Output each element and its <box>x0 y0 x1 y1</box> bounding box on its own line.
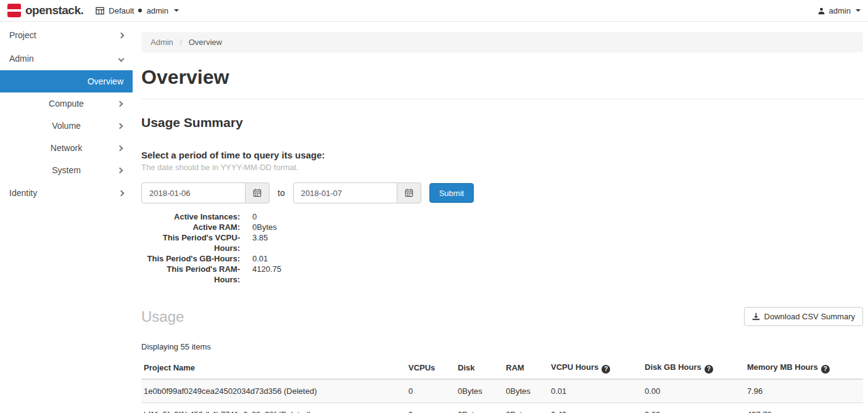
column-header-label: Project Name <box>144 363 195 372</box>
column-header-label: RAM <box>506 363 524 372</box>
value-cell: 7.96 <box>742 379 863 403</box>
stat-label: Active RAM: <box>141 222 240 232</box>
usage-table-header-row: Project NameVCPUsDiskRAMVCPU Hours?Disk … <box>141 358 863 379</box>
domain-icon <box>96 7 104 15</box>
chevron-down-icon <box>856 9 861 12</box>
top-navbar: openstack. Default admin admin <box>0 0 868 22</box>
value-cell: 0Bytes <box>501 403 546 413</box>
date-to-input[interactable] <box>293 182 397 203</box>
date-format-hint: The date should be in YYYY-MM-DD format. <box>141 163 863 172</box>
stat-row: This Period's VCPU-Hours:3.85 <box>141 232 863 253</box>
chevron-right-icon <box>117 123 123 129</box>
stat-label: This Period's VCPU-Hours: <box>141 232 240 253</box>
usage-section-header: Usage Download CSV Summary <box>141 307 863 326</box>
sidebar-item-label: Network <box>51 143 82 153</box>
date-to-calendar-button[interactable] <box>397 182 421 203</box>
column-header: Disk <box>453 358 501 379</box>
value-cell: 0 <box>403 403 453 413</box>
column-header-label: Disk GB Hours <box>645 362 701 372</box>
chevron-right-icon <box>118 190 125 196</box>
context-project-label: admin <box>146 6 168 15</box>
sidebar-item-identity[interactable]: Identity <box>0 181 133 205</box>
openstack-logo[interactable]: openstack. <box>7 4 83 17</box>
sidebar-item-network[interactable]: Network <box>0 137 133 159</box>
stat-value: 0Bytes <box>252 222 277 232</box>
stat-label: This Period's RAM-Hours: <box>141 264 240 285</box>
breadcrumb: Admin / Overview <box>141 32 863 52</box>
column-header-label: Memory MB Hours <box>747 362 818 372</box>
project-dot-icon <box>138 9 142 12</box>
column-header: VCPU Hours? <box>546 358 640 379</box>
value-cell: 0.00 <box>640 403 742 413</box>
column-header-label: Disk <box>458 363 474 372</box>
column-header: Project Name <box>141 358 403 379</box>
help-icon[interactable]: ? <box>601 365 610 374</box>
usage-heading: Usage <box>141 308 184 325</box>
stat-row: This Period's RAM-Hours:4120.75 <box>141 264 863 285</box>
breadcrumb-parent[interactable]: Admin <box>151 38 173 47</box>
user-name-label: admin <box>829 6 851 15</box>
usage-period-form: to Submit <box>141 182 863 203</box>
sidebar-item-system[interactable]: System <box>0 159 133 181</box>
sidebar-item-label: Project <box>9 30 36 40</box>
stat-label: Active Instances: <box>141 211 240 222</box>
help-icon[interactable]: ? <box>705 365 713 374</box>
usage-table-body: 1e0b0f99af0249cea24502034d73d356 (Delete… <box>141 379 863 413</box>
date-from-calendar-button[interactable] <box>245 182 270 203</box>
table-row: 1e0b0f99af0249cea24502034d73d356 (Delete… <box>141 379 863 403</box>
column-header: RAM <box>501 358 546 379</box>
context-domain-label: Default <box>109 6 134 15</box>
sidebar-item-volume[interactable]: Volume <box>0 115 133 137</box>
help-icon[interactable]: ? <box>821 365 830 374</box>
divider <box>141 99 863 99</box>
stat-row: Active RAM:0Bytes <box>141 222 863 232</box>
column-header-label: VCPU Hours <box>551 362 598 372</box>
download-csv-button[interactable]: Download CSV Summary <box>744 307 863 326</box>
date-from-input[interactable] <box>141 182 246 203</box>
period-prompt: Select a period of time to query its usa… <box>141 150 863 160</box>
project-name-cell: bf11c5fa0f1b452db4b7741a6c33a92f (Delete… <box>141 403 403 413</box>
user-menu[interactable]: admin <box>817 6 861 15</box>
stat-value: 4120.75 <box>252 264 281 285</box>
chevron-down-icon <box>174 9 179 12</box>
stat-value: 0.01 <box>252 253 268 264</box>
usage-summary-heading: Usage Summary <box>141 115 863 130</box>
breadcrumb-separator: / <box>180 38 182 47</box>
page-title: Overview <box>141 66 863 89</box>
date-from-group <box>141 182 270 203</box>
date-to-group <box>293 182 421 203</box>
table-row: bf11c5fa0f1b452db4b7741a6c33a92f (Delete… <box>141 403 863 413</box>
to-label: to <box>278 188 285 198</box>
column-header: Disk GB Hours? <box>640 358 742 379</box>
sidebar-item-label: Compute <box>49 99 84 108</box>
calendar-icon <box>253 189 262 197</box>
sidebar-item-overview[interactable]: Overview <box>0 70 133 92</box>
usage-table: Project NameVCPUsDiskRAMVCPU Hours?Disk … <box>141 358 863 413</box>
breadcrumb-current: Overview <box>189 38 222 47</box>
openstack-logo-icon <box>7 4 21 17</box>
sidebar-item-project[interactable]: Project <box>0 23 133 47</box>
sidebar-item-compute[interactable]: Compute <box>0 92 133 115</box>
stat-row: Active Instances:0 <box>141 211 863 222</box>
openstack-logo-text: openstack. <box>25 4 83 17</box>
value-cell: 0Bytes <box>453 379 501 403</box>
column-header: Memory MB Hours? <box>742 358 863 379</box>
sidebar-item-label: Identity <box>9 188 37 198</box>
submit-button[interactable]: Submit <box>429 183 474 203</box>
user-icon <box>817 7 825 15</box>
sidebar-item-label: Overview <box>88 76 123 86</box>
stat-label: This Period's GB-Hours: <box>141 253 240 264</box>
value-cell: 0.01 <box>546 379 640 403</box>
stat-row: This Period's GB-Hours:0.01 <box>141 253 863 264</box>
chevron-right-icon <box>117 100 123 107</box>
sidebar-item-admin[interactable]: Admin <box>0 47 133 70</box>
sidebar-item-label: System <box>52 165 81 175</box>
context-switcher[interactable]: Default admin <box>96 6 179 15</box>
sidebar-item-label: Volume <box>52 121 81 131</box>
value-cell: 497.78 <box>742 403 863 413</box>
calendar-icon <box>405 189 413 197</box>
download-csv-label: Download CSV Summary <box>764 312 855 321</box>
chevron-down-icon <box>118 55 125 62</box>
chevron-right-icon <box>118 32 125 38</box>
project-name-cell: 1e0b0f99af0249cea24502034d73d356 (Delete… <box>141 379 403 403</box>
